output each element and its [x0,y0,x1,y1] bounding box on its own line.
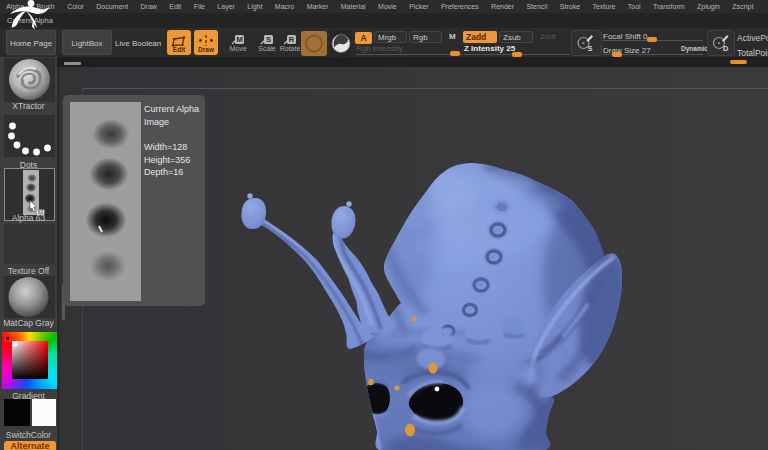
svg-text:R: R [289,35,295,44]
svg-text:S: S [588,44,593,53]
svg-text:M: M [236,35,242,44]
svg-text:S: S [266,35,271,44]
svg-text:63: 63 [38,210,44,215]
svg-text:D: D [723,44,729,53]
